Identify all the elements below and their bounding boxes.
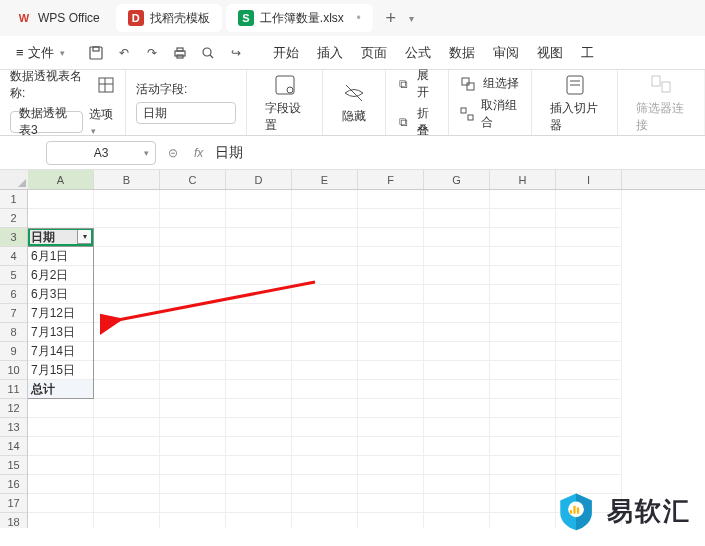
cell[interactable] [424,399,490,418]
cell[interactable] [490,285,556,304]
cell[interactable] [226,494,292,513]
cell[interactable] [424,342,490,361]
cell[interactable] [292,304,358,323]
cell[interactable] [490,456,556,475]
cell[interactable] [160,399,226,418]
cell[interactable] [94,380,160,399]
cell[interactable] [424,494,490,513]
cell[interactable] [160,456,226,475]
expand-button[interactable]: ⧉展开 [396,67,437,101]
cell[interactable] [292,494,358,513]
cell[interactable] [490,228,556,247]
col-header-G[interactable]: G [424,170,490,189]
cell[interactable] [424,418,490,437]
cell[interactable] [556,304,622,323]
cell[interactable] [160,342,226,361]
redo-icon[interactable]: ↷ [143,44,161,62]
cell[interactable] [94,456,160,475]
row-header-9[interactable]: 9 [0,342,27,361]
cell[interactable] [490,437,556,456]
row-header-11[interactable]: 11 [0,380,27,399]
row-header-8[interactable]: 8 [0,323,27,342]
cell[interactable] [424,323,490,342]
cell[interactable] [358,190,424,209]
cell[interactable] [28,190,94,209]
cell[interactable] [490,247,556,266]
cell[interactable]: 7月13日 [28,323,94,342]
cell[interactable] [160,494,226,513]
cell[interactable] [226,190,292,209]
cell[interactable] [358,228,424,247]
cell[interactable] [358,323,424,342]
cell[interactable] [358,399,424,418]
cell[interactable] [160,475,226,494]
cell[interactable] [226,209,292,228]
cell[interactable] [490,475,556,494]
cell[interactable] [490,266,556,285]
cell[interactable] [424,437,490,456]
pivotname-input[interactable]: 数据透视表3 [10,111,83,133]
cell[interactable] [556,247,622,266]
cell[interactable] [556,437,622,456]
cell[interactable] [160,247,226,266]
field-settings-button[interactable]: 字段设置 [257,68,312,138]
cell[interactable] [424,456,490,475]
cell[interactable] [226,475,292,494]
row-header-3[interactable]: 3 [0,228,27,247]
cell[interactable] [490,513,556,528]
cell[interactable] [28,209,94,228]
pivot-filter-dropdown[interactable]: ▾ [77,229,92,244]
cell[interactable] [226,247,292,266]
cell[interactable] [292,209,358,228]
row-header-7[interactable]: 7 [0,304,27,323]
cell[interactable] [226,418,292,437]
cell[interactable] [424,361,490,380]
col-header-F[interactable]: F [358,170,424,189]
cell[interactable] [292,228,358,247]
col-header-D[interactable]: D [226,170,292,189]
cell[interactable]: 7月14日 [28,342,94,361]
undo-icon[interactable]: ↶ [115,44,133,62]
cell[interactable]: 7月12日 [28,304,94,323]
row-header-6[interactable]: 6 [0,285,27,304]
cell[interactable] [160,513,226,528]
cell[interactable] [226,266,292,285]
file-menu-button[interactable]: ≡ 文件 ▾ [8,40,73,66]
cell[interactable] [358,209,424,228]
col-header-E[interactable]: E [292,170,358,189]
cell[interactable] [226,228,292,247]
tab-wps-office[interactable]: W WPS Office [4,4,112,32]
cell[interactable] [292,437,358,456]
cell[interactable] [490,418,556,437]
cell[interactable] [358,285,424,304]
cell[interactable] [556,266,622,285]
cell[interactable] [424,380,490,399]
cell[interactable] [94,475,160,494]
tab-template[interactable]: D 找稻壳模板 [116,4,222,32]
cell[interactable] [358,247,424,266]
menu-view[interactable]: 视图 [537,44,563,62]
col-header-H[interactable]: H [490,170,556,189]
cell[interactable] [292,456,358,475]
cell[interactable] [556,342,622,361]
cell[interactable] [424,247,490,266]
cell[interactable] [292,190,358,209]
row-header-17[interactable]: 17 [0,494,27,513]
cell[interactable] [292,323,358,342]
cell[interactable] [226,380,292,399]
cell[interactable] [358,475,424,494]
cell[interactable] [358,361,424,380]
row-header-15[interactable]: 15 [0,456,27,475]
cell[interactable] [94,323,160,342]
cell[interactable] [160,190,226,209]
col-header-B[interactable]: B [94,170,160,189]
cell[interactable] [490,342,556,361]
cell[interactable] [94,266,160,285]
cell[interactable] [94,342,160,361]
redo2-icon[interactable]: ↪ [227,44,245,62]
cell[interactable] [292,285,358,304]
cell[interactable] [292,361,358,380]
cell[interactable] [490,399,556,418]
fx-label[interactable]: fx [194,146,203,160]
zoom-icon[interactable]: ⊝ [168,146,178,160]
